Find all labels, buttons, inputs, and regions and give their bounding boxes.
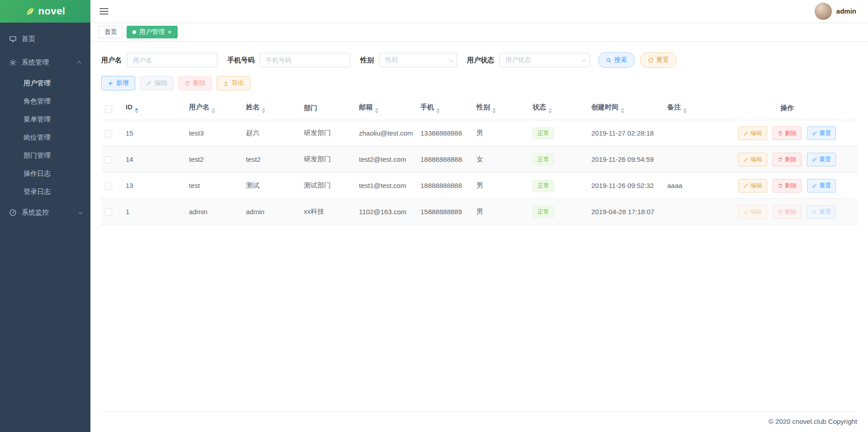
tab-home[interactable]: 首页 [99, 26, 123, 38]
pencil-icon [146, 80, 152, 86]
gender-select[interactable]: 性别 [379, 53, 457, 67]
sort-icon[interactable] [436, 108, 440, 113]
select-all-checkbox[interactable] [105, 105, 112, 113]
gender-label: 性别 [360, 56, 374, 65]
sort-icon[interactable] [548, 108, 552, 113]
sort-icon[interactable] [212, 108, 215, 113]
reset-button[interactable]: 重置 [640, 52, 677, 68]
tab-label: 首页 [104, 28, 117, 36]
column-header-created[interactable]: 创建时间 [588, 97, 664, 120]
row-delete-button[interactable]: 删除 [773, 153, 802, 166]
tab-close-icon[interactable]: × [168, 28, 172, 35]
status-badge: 正常 [533, 180, 554, 192]
row-edit-button[interactable]: 编辑 [738, 127, 767, 140]
row-edit-button[interactable]: 编辑 [738, 153, 767, 166]
column-header-remark[interactable]: 备注 [664, 97, 717, 120]
row-checkbox[interactable] [105, 130, 112, 137]
sidebar-item-post-management[interactable]: 岗位管理 [0, 128, 90, 146]
avatar[interactable] [815, 3, 832, 20]
cell-gender: 男 [473, 199, 529, 225]
sidebar-item-label: 首页 [22, 35, 35, 43]
column-header-status[interactable]: 状态 [529, 97, 588, 120]
cell-phone: 13388888888 [417, 120, 473, 146]
status-badge: 正常 [533, 127, 554, 139]
cell-name: test2 [242, 146, 300, 173]
export-button[interactable]: 导出 [217, 76, 250, 90]
sidebar-item-dept-management[interactable]: 部门管理 [0, 146, 90, 164]
tab-user-management[interactable]: 用户管理 × [127, 26, 178, 38]
search-icon [606, 57, 612, 63]
trash-icon [778, 131, 783, 136]
sidebar-item-user-management[interactable]: 用户管理 [0, 74, 90, 92]
search-button[interactable]: 搜索 [598, 52, 635, 68]
table-row: 1 admin admin xx科技 1102@163.com 15888888… [101, 199, 857, 225]
trash-icon [778, 157, 783, 162]
column-header-gender[interactable]: 性别 [473, 97, 529, 120]
edit-button-disabled: 编辑 [140, 76, 174, 90]
row-reset-password-button[interactable]: 重置 [807, 153, 836, 166]
column-header-email[interactable]: 邮箱 [355, 97, 417, 120]
tags-view-bar: 首页 用户管理 × [90, 23, 868, 42]
cell-remark: aaaa [664, 173, 717, 199]
refresh-icon [648, 57, 654, 63]
pencil-icon [743, 183, 749, 188]
cell-dept: 测试部门 [300, 173, 355, 199]
sidebar-item-label: 系统管理 [22, 58, 49, 67]
key-icon [812, 131, 817, 136]
sidebar-menu: 首页 系统管理 用户管理 角色管理 菜单管理 岗位管理 部门管理 操作日志 登录… [0, 23, 90, 224]
sidebar-item-system-management[interactable]: 系统管理 [0, 51, 90, 74]
username-input[interactable] [127, 53, 217, 67]
cell-id: 14 [122, 146, 185, 173]
sidebar-item-login-log[interactable]: 登录日志 [0, 183, 90, 201]
column-header-phone[interactable]: 手机 [417, 97, 473, 120]
cell-email: test1@test.com [355, 173, 417, 199]
row-reset-password-button[interactable]: 重置 [807, 127, 836, 140]
cell-phone: 15888888889 [417, 199, 473, 225]
row-delete-button[interactable]: 删除 [773, 127, 802, 140]
sidebar-item-role-management[interactable]: 角色管理 [0, 92, 90, 110]
table-row: 15 test3 赵六 研发部门 zhaoliu@test.com 133888… [101, 120, 857, 146]
gauge-icon [9, 209, 17, 216]
user-status-label: 用户状态 [467, 56, 494, 65]
chevron-down-icon [582, 57, 586, 62]
cell-id: 15 [122, 120, 185, 146]
row-delete-button[interactable]: 删除 [773, 179, 802, 193]
sort-icon[interactable] [492, 108, 496, 113]
phone-input[interactable] [260, 53, 350, 67]
sidebar-item-menu-management[interactable]: 菜单管理 [0, 110, 90, 128]
cell-username: test2 [185, 146, 242, 173]
table-header-row: ID 用户名 姓名 部门 邮箱 手机 性别 状态 创建时间 备注 操作 [101, 97, 857, 120]
row-checkbox[interactable] [105, 183, 112, 190]
sidebar-item-system-monitor[interactable]: 系统监控 [0, 201, 90, 224]
column-header-name[interactable]: 姓名 [242, 97, 300, 120]
top-navbar: admin [90, 0, 868, 23]
page-content: 用户名 手机号码 性别 性别 用户状态 用户状态 [90, 42, 868, 411]
hamburger-menu-icon[interactable] [99, 8, 108, 14]
cell-email: test2@test.com [355, 146, 417, 173]
sidebar-item-home[interactable]: 首页 [0, 27, 90, 51]
row-checkbox[interactable] [105, 209, 112, 216]
sort-icon[interactable] [375, 108, 378, 113]
cell-id: 13 [122, 173, 185, 199]
sort-icon[interactable] [135, 108, 138, 113]
add-button[interactable]: 新增 [101, 76, 135, 90]
cell-gender: 男 [473, 120, 529, 146]
sort-icon[interactable] [683, 108, 687, 113]
row-checkbox[interactable] [105, 156, 112, 164]
row-edit-button[interactable]: 编辑 [738, 179, 767, 193]
cell-dept: 研发部门 [300, 146, 355, 173]
monitor-icon [9, 35, 17, 43]
chevron-up-icon [77, 61, 81, 65]
column-header-dept: 部门 [300, 97, 355, 120]
cell-username: admin [185, 199, 242, 225]
cell-dept: xx科技 [300, 199, 355, 225]
download-icon [223, 80, 229, 86]
column-header-username[interactable]: 用户名 [185, 97, 242, 120]
column-header-id[interactable]: ID [122, 97, 185, 120]
row-reset-password-button[interactable]: 重置 [807, 179, 836, 193]
sidebar-item-operation-log[interactable]: 操作日志 [0, 164, 90, 183]
key-icon [812, 183, 817, 188]
sort-icon[interactable] [262, 108, 265, 113]
sort-icon[interactable] [621, 108, 624, 113]
user-status-select[interactable]: 用户状态 [500, 53, 590, 67]
